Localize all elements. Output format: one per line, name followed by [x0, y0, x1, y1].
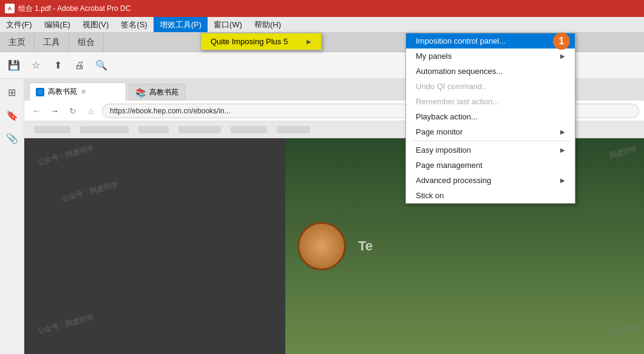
browser-tab-passive[interactable]: 📚 高教书苑: [129, 84, 185, 101]
page-monitor-arrow: ▶: [560, 129, 565, 135]
watermark-1: 公众号：阿虚同学: [36, 143, 95, 168]
print-button[interactable]: 🖨: [70, 56, 89, 75]
my-panels-label: My panels: [416, 52, 452, 61]
blur-block-6: [277, 126, 310, 133]
stick-on-label: Stick on: [416, 191, 444, 200]
imposition-control-panel-item[interactable]: Imposition control panel... 1: [406, 33, 575, 48]
remember-last-action-label: Remember last action...: [416, 97, 499, 106]
remember-last-action-item: Remember last action...: [406, 94, 575, 109]
blur-block-4: [178, 126, 221, 133]
tab-label-passive: 高教书苑: [149, 87, 178, 98]
menu-plugins[interactable]: 增效工具(P): [154, 17, 208, 32]
blur-block-3: [138, 126, 169, 133]
my-panels-arrow: ▶: [560, 53, 565, 59]
back-button[interactable]: ←: [29, 104, 44, 118]
menu-window[interactable]: 窗口(W): [208, 17, 248, 32]
content-text: Te: [358, 238, 373, 254]
watermark-3: 公众号：阿虚同学: [36, 312, 95, 337]
page-monitor-item[interactable]: Page monitor ▶: [406, 124, 575, 139]
blur-block-2: [80, 126, 129, 133]
quite-imposing-item[interactable]: Quite Imposing Plus 5 ▶: [201, 33, 321, 50]
browser-tab-active[interactable]: □ 高教书苑 ✕: [29, 82, 126, 101]
menu-sign[interactable]: 签名(S): [115, 17, 153, 32]
page-management-item[interactable]: Page management: [406, 158, 575, 173]
playback-action-item[interactable]: Playback action...: [406, 109, 575, 124]
tab-site-icon: □: [36, 88, 44, 96]
advanced-processing-arrow: ▶: [560, 177, 565, 184]
menu-view[interactable]: 视图(V): [76, 17, 115, 32]
app-icon: A: [5, 4, 15, 13]
undo-qi-label: Undo QI command..: [416, 82, 486, 91]
advanced-processing-item[interactable]: Advanced processing ▶: [406, 173, 575, 188]
window-title: 组合 1.pdf - Adobe Acrobat Pro DC: [18, 4, 130, 14]
attachment-icon[interactable]: 📎: [4, 130, 21, 147]
automation-sequences-item[interactable]: Automation sequences...: [406, 64, 575, 79]
submenu-arrow: ▶: [307, 38, 311, 45]
search-button[interactable]: 🔍: [92, 56, 110, 75]
menu-help[interactable]: 帮助(H): [248, 17, 287, 32]
left-sidebar: ⊞ 🔖 📎: [0, 79, 24, 354]
easy-imposition-arrow: ▶: [560, 147, 565, 153]
circle-logo: [297, 222, 346, 270]
tab-home[interactable]: 主页: [0, 33, 35, 52]
automation-sequences-label: Automation sequences...: [416, 67, 503, 76]
tab-tools[interactable]: 工具: [35, 33, 69, 52]
home-button[interactable]: ⌂: [84, 104, 98, 118]
tab-combine[interactable]: 组合: [69, 33, 104, 52]
quite-imposing-menu: Quite Imposing Plus 5 ▶: [200, 33, 322, 50]
tab-close-button[interactable]: ✕: [81, 88, 86, 96]
blur-block-5: [231, 126, 267, 133]
blur-block-1: [34, 126, 70, 133]
bookmark-panel-icon[interactable]: 🔖: [4, 107, 21, 124]
imposition-menu: Imposition control panel... 1 My panels …: [405, 33, 575, 204]
menu-edit[interactable]: 编辑(E): [38, 17, 76, 32]
watermark-2: 公众号：阿虚同学: [60, 179, 119, 204]
undo-qi-item: Undo QI command..: [406, 79, 575, 94]
page-monitor-label: Page monitor: [416, 127, 463, 136]
easy-imposition-label: Easy imposition: [416, 145, 471, 155]
tab-label-active: 高教书苑: [48, 87, 77, 97]
easy-imposition-item[interactable]: Easy imposition ▶: [406, 142, 575, 158]
refresh-button[interactable]: ↻: [66, 104, 80, 118]
stick-on-item[interactable]: Stick on: [406, 188, 575, 203]
quite-imposing-label: Quite Imposing Plus 5: [211, 37, 288, 46]
page-management-label: Page management: [416, 161, 483, 170]
step-badge: 1: [553, 33, 570, 50]
menu-bar: 文件(F) 编辑(E) 视图(V) 签名(S) 增效工具(P) 窗口(W) 帮助…: [0, 17, 644, 33]
pdf-left-panel: 公众号：阿虚同学 公众号：阿虚同学 公众号：阿虚同学: [24, 138, 285, 354]
menu-file[interactable]: 文件(F): [0, 17, 38, 32]
save-button[interactable]: 💾: [5, 56, 23, 75]
upload-button[interactable]: ⬆: [49, 56, 67, 75]
title-bar: A 组合 1.pdf - Adobe Acrobat Pro DC: [0, 0, 644, 17]
advanced-processing-label: Advanced processing: [416, 176, 491, 185]
imposition-control-panel-label: Imposition control panel...: [416, 36, 506, 45]
page-thumbnail-icon[interactable]: ⊞: [4, 84, 21, 101]
forward-button[interactable]: →: [47, 104, 62, 118]
menu-separator: [411, 141, 570, 141]
playback-action-label: Playback action...: [416, 112, 478, 121]
bookmark-button[interactable]: ☆: [27, 56, 45, 75]
my-panels-item[interactable]: My panels ▶: [406, 48, 575, 64]
